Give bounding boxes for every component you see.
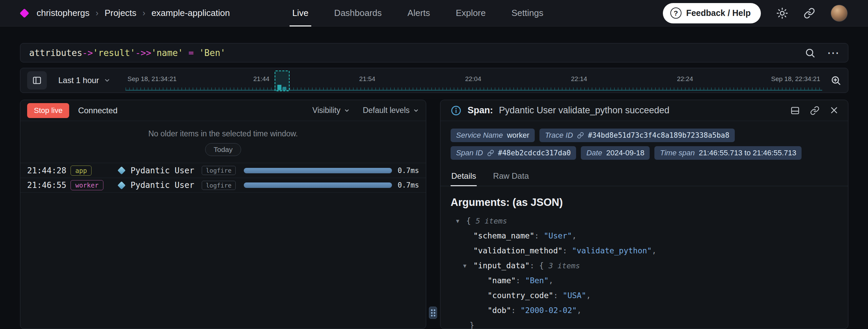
theme-toggle-sun-icon[interactable] bbox=[776, 7, 788, 19]
log-row[interactable]: 21:46:55 worker Pydantic User logfire 0.… bbox=[20, 178, 426, 193]
query-token: ->> bbox=[135, 48, 151, 58]
time-range-select[interactable]: Last 1 hour bbox=[58, 76, 111, 85]
timeline-tick: Sep 18, 22:34:21 bbox=[771, 75, 820, 83]
copy-link-icon[interactable] bbox=[810, 106, 820, 115]
arguments-heading: Arguments: (as JSON) bbox=[451, 196, 838, 209]
timeline-ruler bbox=[125, 88, 822, 90]
span-duration: 0.7ms bbox=[398, 181, 419, 189]
date-badge: Date 2024-09-18 bbox=[581, 146, 650, 160]
badge-label: Service Name bbox=[456, 131, 503, 140]
json-value: "2000-02-02" bbox=[520, 306, 577, 315]
json-line: "validation_method": "validate_python", bbox=[451, 243, 838, 258]
nav-tab-explore[interactable]: Explore bbox=[456, 0, 486, 26]
query-token: 'name' bbox=[151, 48, 183, 58]
badge-label: Date bbox=[586, 149, 602, 157]
default-levels-dropdown[interactable]: Default levels bbox=[363, 106, 419, 115]
zoom-in-icon[interactable] bbox=[830, 75, 841, 86]
link-icon[interactable] bbox=[577, 132, 584, 139]
today-button[interactable]: Today bbox=[205, 143, 241, 156]
nav-tab-alerts[interactable]: Alerts bbox=[408, 0, 430, 26]
span-detail-panel: Span: Pydantic User validate_python succ… bbox=[440, 100, 848, 329]
collapse-caret-icon[interactable]: ▾ bbox=[463, 262, 473, 269]
log-time: 21:44:28 bbox=[27, 166, 68, 175]
logfire-app: christophergs › Projects › example-appli… bbox=[0, 0, 868, 329]
visibility-dropdown[interactable]: Visibility bbox=[312, 106, 350, 115]
link-icon[interactable] bbox=[487, 150, 494, 156]
nav-actions: ? Feedback / Help bbox=[663, 3, 848, 23]
share-link-icon[interactable] bbox=[804, 7, 815, 19]
query-token: 'Ben' bbox=[199, 48, 225, 58]
timeline-tick: 22:14 bbox=[571, 75, 587, 83]
timeline-tick: 22:24 bbox=[677, 75, 693, 83]
search-icon[interactable] bbox=[805, 47, 815, 58]
breadcrumb-projects[interactable]: Projects bbox=[104, 8, 136, 18]
live-log-panel: Stop live Connected Visibility Default l… bbox=[20, 100, 426, 329]
visibility-label: Visibility bbox=[312, 106, 340, 115]
trace-id-badge[interactable]: Trace ID #34bd8e51d73c3f4c8a189b72338a5b… bbox=[539, 129, 735, 142]
chevron-down-icon bbox=[104, 77, 111, 84]
timeline-track[interactable]: Sep 18, 21:34:21 21:44 21:54 22:04 22:14… bbox=[125, 68, 822, 93]
detail-tabs: Details Raw Data bbox=[440, 168, 848, 186]
nav-tab-settings[interactable]: Settings bbox=[511, 0, 543, 26]
close-icon[interactable] bbox=[830, 106, 839, 115]
breadcrumb: christophergs › Projects › example-appli… bbox=[37, 8, 230, 18]
breadcrumb-project[interactable]: example-application bbox=[152, 8, 230, 18]
feedback-help-button[interactable]: ? Feedback / Help bbox=[663, 3, 761, 23]
time-range-label: Last 1 hour bbox=[58, 76, 99, 85]
badge-label: Span ID bbox=[456, 149, 483, 157]
json-value: "USA" bbox=[563, 291, 586, 300]
main-nav: Live Dashboards Alerts Explore Settings bbox=[292, 0, 543, 26]
query-token: = bbox=[183, 48, 199, 58]
nav-tab-dashboards[interactable]: Dashboards bbox=[334, 0, 382, 26]
badge-value: worker bbox=[507, 131, 529, 140]
span-name: Pydantic User bbox=[131, 180, 202, 190]
scope-tag: logfire bbox=[202, 181, 236, 190]
tab-details[interactable]: Details bbox=[451, 168, 477, 186]
json-line: "schema_name": "User", bbox=[451, 228, 838, 243]
stop-live-button[interactable]: Stop live bbox=[27, 103, 69, 118]
main-area: Stop live Connected Visibility Default l… bbox=[20, 100, 848, 329]
span-duration-bar[interactable] bbox=[244, 168, 392, 173]
badge-label: Trace ID bbox=[545, 131, 573, 140]
nav-tab-live[interactable]: Live bbox=[292, 0, 309, 26]
query-input[interactable]: attributes->'result'->>'name' = 'Ben' ⋯ bbox=[20, 43, 848, 62]
timeline-tick: 22:04 bbox=[465, 75, 481, 83]
info-icon bbox=[451, 105, 461, 116]
collapse-caret-icon[interactable]: ▾ bbox=[456, 217, 466, 225]
logfire-logo-icon[interactable] bbox=[20, 8, 29, 18]
timeline-selection[interactable] bbox=[275, 71, 290, 91]
sidebar-toggle-button[interactable] bbox=[27, 71, 47, 90]
json-key: "input_data" bbox=[473, 261, 530, 270]
span-diamond-icon bbox=[117, 166, 125, 174]
user-avatar[interactable] bbox=[831, 5, 848, 22]
empty-message: No older items in the selected time wind… bbox=[20, 129, 426, 138]
query-actions: ⋯ bbox=[805, 47, 839, 58]
query-text: attributes->'result'->>'name' = 'Ben' bbox=[29, 48, 225, 58]
badge-label: Time span bbox=[660, 149, 695, 157]
more-options-icon[interactable]: ⋯ bbox=[827, 50, 839, 56]
item-count: 3 items bbox=[549, 262, 580, 270]
panel-resize-handle[interactable] bbox=[429, 307, 437, 319]
json-key: "dob" bbox=[488, 306, 511, 315]
span-duration-bar[interactable] bbox=[244, 182, 392, 188]
time-span-badge: Time span 21:46:55.713 to 21:46:55.713 bbox=[654, 146, 802, 160]
json-line: ▾{5 items bbox=[451, 213, 838, 228]
span-id-badge[interactable]: Span ID #48eb2cdcdc317da0 bbox=[451, 146, 576, 160]
log-row[interactable]: 21:44:28 app Pydantic User logfire 0.7ms bbox=[20, 163, 426, 178]
dock-view-icon[interactable] bbox=[790, 106, 800, 115]
badge-value: #48eb2cdcdc317da0 bbox=[498, 149, 571, 157]
detail-title-text: Pydantic User validate_python succeeded bbox=[499, 105, 670, 115]
log-rows: 21:44:28 app Pydantic User logfire 0.7ms… bbox=[20, 163, 426, 193]
chevron-right-icon: › bbox=[142, 8, 145, 18]
tab-raw-data[interactable]: Raw Data bbox=[492, 168, 529, 186]
breadcrumb-org[interactable]: christophergs bbox=[37, 8, 90, 18]
chevron-right-icon: › bbox=[96, 8, 98, 18]
span-diamond-icon bbox=[117, 181, 125, 189]
json-key: "schema_name" bbox=[473, 231, 534, 240]
scope-tag: logfire bbox=[202, 166, 236, 175]
top-nav: christophergs › Projects › example-appli… bbox=[0, 0, 868, 26]
timeline-tick: Sep 18, 21:34:21 bbox=[127, 75, 177, 83]
json-key: "validation_method" bbox=[473, 246, 563, 255]
detail-title: Span: Pydantic User validate_python succ… bbox=[468, 105, 669, 116]
query-token: -> bbox=[82, 48, 93, 58]
